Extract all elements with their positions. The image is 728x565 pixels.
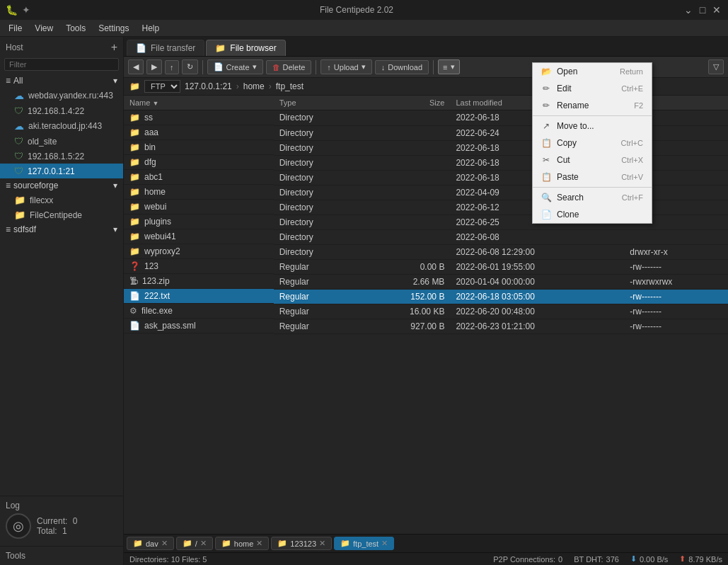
cell-perms: drwxr-xr-x (624, 244, 728, 259)
bottom-tab-root[interactable]: 📁 / ✕ (176, 537, 213, 550)
titlebar-title: File Centipede 2.02 (30, 5, 683, 15)
current-value: 0 (73, 516, 78, 526)
table-row[interactable]: 🗜123.zip Regular 2.66 MB 2020-01-04 00:0… (124, 274, 728, 289)
ctx-open[interactable]: 📂 Open Return (533, 63, 652, 80)
ctx-paste[interactable]: 📋 Paste Ctrl+V (533, 169, 652, 186)
refresh-button[interactable]: ↻ (182, 59, 198, 74)
menu-button[interactable]: ≡ ▾ (438, 59, 459, 74)
sidebar-all[interactable]: ≡ All ▾ (0, 74, 123, 88)
cell-name: 📄ask_pass.sml (124, 319, 274, 333)
cell-modified: 2022-06-08 12:29:00 (450, 244, 624, 259)
tab-file-transfer[interactable]: 📄 File transfer (127, 40, 204, 56)
sidebar-host-header: Host + (0, 37, 123, 58)
ctx-rename[interactable]: ✏ Rename F2 (533, 97, 652, 114)
cell-name: 📁wyproxy2 (124, 244, 274, 259)
back-button[interactable]: ◀ (128, 59, 144, 74)
log-stats: Current: 0 Total: 1 (37, 516, 77, 536)
address-path-home[interactable]: home (243, 81, 265, 91)
sidebar-item-192-4[interactable]: 🛡 192.168.1.4:22 (0, 103, 123, 118)
table-row[interactable]: ❓123 Regular 0.00 B 2022-06-01 19:55:00 … (124, 259, 728, 274)
add-host-button[interactable]: + (111, 41, 117, 54)
address-path-ftp-test[interactable]: ftp_test (276, 81, 304, 91)
cell-name: ❓123 (124, 259, 274, 274)
cell-type: Directory (274, 185, 362, 200)
sidebar-sdfsdf[interactable]: ≡ sdfsdf ▾ (0, 222, 123, 236)
ctx-move[interactable]: ↗ Move to... (533, 118, 652, 135)
bottom-tab-close[interactable]: ✕ (256, 539, 262, 548)
sidebar-item-old-site[interactable]: 🛡 old_site (0, 134, 123, 149)
delete-button[interactable]: 🗑 Delete (266, 60, 312, 74)
ctx-open-label: Open (557, 67, 577, 76)
table-row[interactable]: 📁webui41 Directory 2022-06-08 (124, 229, 728, 244)
upload-icon: ↑ (327, 63, 331, 72)
tab-file-browser[interactable]: 📁 File browser (206, 40, 285, 56)
sidebar: Host + ≡ All ▾ ☁ webdav.yandex.ru:443 🛡 … (0, 37, 124, 565)
menu-file[interactable]: File (3, 22, 28, 35)
maximize-button[interactable]: □ (697, 4, 708, 16)
bottom-tab-home[interactable]: 📁 home ✕ (215, 537, 270, 550)
bottom-tab-ftp-test[interactable]: 📁 ftp_test ✕ (334, 537, 394, 550)
cell-modified: 2022-06-18 03:05:00 (450, 289, 624, 304)
filter-icon: ▽ (713, 62, 719, 72)
bottom-tab-close[interactable]: ✕ (381, 539, 388, 548)
cell-name: ⚙filec.exe (124, 304, 274, 319)
sidebar-item-aki[interactable]: ☁ aki.teracloud.jp:443 (0, 118, 123, 134)
bottom-tab-folder-icon: 📁 (221, 539, 231, 548)
sidebar-item-filecxx[interactable]: 📁 filecxx (0, 193, 123, 207)
dht-value: 376 (606, 555, 619, 564)
cell-size (361, 155, 450, 170)
ctx-rename-shortcut: F2 (634, 101, 643, 110)
sidebar-item-192-5[interactable]: 🛡 192.168.1.5:22 (0, 149, 123, 164)
sidebar-sourceforge[interactable]: ≡ sourceforge ▾ (0, 178, 123, 193)
table-row[interactable]: ⚙filec.exe Regular 16.00 KB 2022-06-20 0… (124, 304, 728, 319)
protocol-select[interactable]: FTP (144, 80, 180, 93)
menu-help[interactable]: Help (137, 22, 166, 35)
cell-name: 🗜123.zip (124, 274, 274, 289)
sidebar-item-webdav[interactable]: ☁ webdav.yandex.ru:443 (0, 88, 123, 103)
ctx-edit[interactable]: ✏ Edit Ctrl+E (533, 80, 652, 97)
create-button[interactable]: 📄 Create ▾ (207, 59, 263, 74)
sidebar-item-127[interactable]: 🛡 127.0.0.1:21 (0, 164, 123, 178)
bottom-tab-close[interactable]: ✕ (200, 539, 207, 548)
ctx-clone[interactable]: 📄 Clone (533, 206, 652, 223)
cell-type: Directory (274, 110, 362, 126)
filter-button[interactable]: ▽ (708, 59, 724, 74)
menu-view[interactable]: View (29, 22, 59, 35)
cell-type: Regular (274, 274, 362, 289)
sidebar-item-filecentipede[interactable]: 📁 FileCentipede (0, 207, 123, 222)
ctx-paste-label: Paste (557, 172, 579, 182)
separator3 (433, 60, 434, 74)
table-row[interactable]: 📄ask_pass.sml Regular 927.00 B 2022-06-2… (124, 319, 728, 333)
ctx-copy[interactable]: 📋 Copy Ctrl+C (533, 135, 652, 152)
folder-icon: 📁 (14, 210, 25, 220)
forward-button[interactable]: ▶ (146, 59, 162, 74)
down-arrow-icon: ⬇ (630, 554, 637, 564)
move-icon: ↗ (541, 121, 551, 131)
bottom-tab-close[interactable]: ✕ (319, 539, 325, 548)
sidebar-filter-input[interactable] (4, 58, 119, 71)
titlebar: 🐛 ✦ File Centipede 2.02 ⌄ □ ✕ (0, 0, 728, 20)
table-row[interactable]: 📁wyproxy2 Directory 2022-06-08 12:29:00 … (124, 244, 728, 259)
download-button[interactable]: ↓ Download (375, 60, 429, 74)
menu-tools[interactable]: Tools (60, 22, 91, 35)
titlebar-controls[interactable]: ⌄ □ ✕ (683, 4, 722, 16)
col-type: Type (274, 96, 362, 110)
all-chevron: ▾ (113, 76, 117, 86)
section-label: sourceforge (13, 181, 58, 190)
file-name: dfg (144, 157, 156, 167)
bottom-tab-close[interactable]: ✕ (161, 539, 168, 548)
up-button[interactable]: ↑ (165, 60, 179, 74)
minimize-button[interactable]: ⌄ (683, 4, 694, 16)
paste-icon: 📋 (541, 172, 551, 182)
table-row[interactable]: 📄222.txt Regular 152.00 B 2022-06-18 03:… (124, 289, 728, 304)
cell-size (361, 170, 450, 185)
upload-button[interactable]: ↑ Upload ▾ (320, 59, 371, 74)
close-button[interactable]: ✕ (711, 4, 722, 16)
rename-icon: ✏ (541, 101, 551, 110)
open-icon: 📂 (541, 67, 551, 76)
menu-settings[interactable]: Settings (93, 22, 134, 35)
bottom-tab-123123[interactable]: 📁 123123 ✕ (271, 537, 332, 550)
ctx-cut[interactable]: ✂ Cut Ctrl+X (533, 152, 652, 169)
bottom-tab-dav[interactable]: 📁 dav ✕ (127, 537, 174, 550)
ctx-search[interactable]: 🔍 Search Ctrl+F (533, 189, 652, 206)
